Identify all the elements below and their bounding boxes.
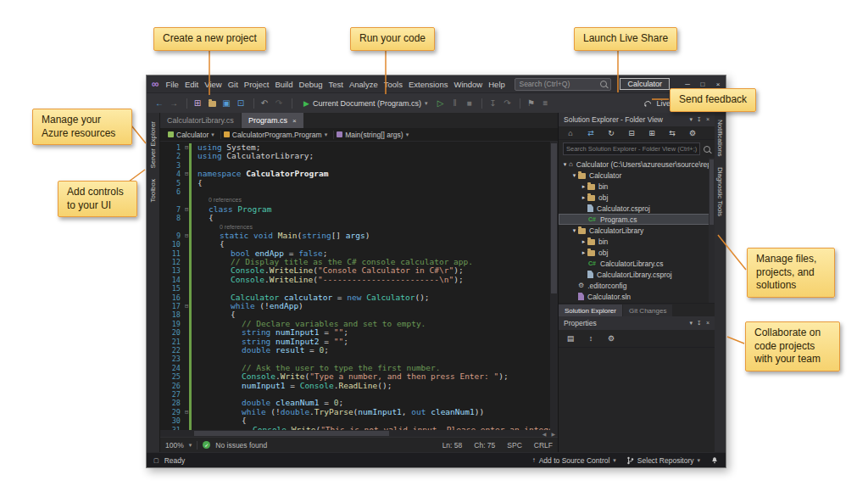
collapsed-arrow-icon[interactable]: ▸ (580, 183, 587, 190)
sync-with-active-document-icon[interactable]: ⇆ (666, 126, 678, 140)
alphabetical-sort-icon[interactable]: ↕ (585, 332, 597, 345)
collapse-all-icon[interactable]: ⊟ (626, 126, 637, 140)
document-tab[interactable]: CalculatorLibrary.cs (160, 113, 241, 128)
categorized-icon[interactable]: ▤ (565, 332, 576, 345)
expanded-arrow-icon[interactable]: ▾ (570, 172, 578, 179)
scroll-right-icon[interactable]: ▶ (548, 431, 558, 437)
tree-item[interactable]: C#Program.cs (559, 214, 715, 225)
show-all-files-icon[interactable]: ⊞ (646, 126, 658, 140)
tree-item[interactable]: ⚙.editorconfig (559, 280, 715, 291)
pin-icon[interactable]: ↧ (697, 320, 702, 327)
solution-explorer-header[interactable]: Solution Explorer - Folder View ▾↧× (559, 113, 715, 126)
document-tab[interactable]: Program.cs× (242, 113, 303, 128)
se-search-input[interactable]: Search Solution Explorer - Folder View (… (563, 142, 700, 155)
break-all-icon[interactable]: ‖ (448, 97, 460, 110)
refresh-icon[interactable]: ↻ (605, 126, 617, 140)
step-over-icon[interactable]: ↷ (501, 97, 513, 110)
step-into-icon[interactable]: ↧ (487, 97, 498, 110)
properties-icon[interactable]: ⚙ (687, 126, 698, 140)
zoom-level[interactable]: 100% (165, 441, 184, 450)
menu-bar: FileEditViewGitProjectBuildDebugTestAnal… (166, 80, 511, 89)
collapsed-arrow-icon[interactable]: ▸ (580, 194, 587, 201)
new-project-icon[interactable]: ⊞ (192, 97, 203, 110)
project-icon (168, 131, 174, 137)
editor-vertical-scrollbar[interactable] (550, 142, 558, 430)
menu-analyze[interactable]: Analyze (349, 80, 378, 89)
back-icon[interactable]: ← (153, 97, 165, 110)
home-icon[interactable]: ⌂ (565, 126, 576, 140)
panel-tab-git-changes[interactable]: Git Changes (623, 304, 672, 316)
tree-item[interactable]: ▾CalculatorLibrary (559, 225, 715, 236)
tree-item[interactable]: Calculator.csproj (559, 203, 715, 214)
visual-studio-logo-icon[interactable]: ∞ (152, 78, 159, 90)
scrollbar-thumb[interactable] (194, 431, 389, 436)
tree-item[interactable]: ▾⌂Calculator (C:\Users\azureuser\source\… (559, 159, 715, 170)
notifications-bell-icon[interactable] (710, 456, 719, 465)
tree-item[interactable]: ▸obj (559, 247, 715, 258)
pin-icon[interactable]: ↧ (697, 116, 702, 123)
collapsed-arrow-icon[interactable]: ▸ (580, 249, 587, 256)
switch-views-icon[interactable]: ⇄ (585, 126, 597, 140)
save-all-icon[interactable]: ⊡ (235, 97, 247, 110)
tree-vertical-scrollbar[interactable] (709, 158, 715, 303)
side-tab-diagnostic-tools[interactable]: Diagnostic Tools (716, 167, 724, 216)
menu-edit[interactable]: Edit (185, 80, 198, 89)
menu-build[interactable]: Build (275, 80, 292, 89)
breadcrumb-member-dropdown[interactable]: Main(string[] args) ▾ (334, 131, 415, 139)
chevron-down-icon[interactable]: ▾ (690, 320, 693, 327)
redo-icon[interactable]: ↷ (273, 97, 285, 110)
code-editor[interactable]: 1⊟using System;2using CalculatorLibrary;… (160, 142, 558, 430)
codelens-references[interactable]: 0 references (192, 196, 558, 204)
scroll-left-icon[interactable]: ◀ (540, 431, 549, 437)
menu-project[interactable]: Project (244, 80, 270, 89)
tree-item[interactable]: ▾Calculator (559, 170, 715, 181)
tree-item[interactable]: ▸bin (559, 181, 715, 192)
open-folder-icon[interactable] (206, 97, 218, 110)
menu-window[interactable]: Window (453, 80, 482, 89)
tree-item[interactable]: ▸bin (559, 236, 715, 247)
spaces-indicator[interactable]: SPC (507, 441, 521, 450)
chevron-down-icon[interactable]: ▾ (690, 116, 693, 123)
start-without-debugging-icon[interactable]: ▷ (434, 97, 446, 110)
side-tab-notifications[interactable]: Notifications (716, 120, 724, 157)
issues-status[interactable]: No issues found (215, 441, 267, 450)
menu-tools[interactable]: Tools (384, 80, 403, 89)
menu-view[interactable]: View (204, 80, 221, 89)
undo-icon[interactable]: ↶ (259, 97, 270, 110)
menu-debug[interactable]: Debug (299, 80, 323, 89)
collapsed-arrow-icon[interactable]: ▸ (580, 238, 587, 245)
editor-horizontal-scrollbar[interactable]: ◀ ▶ (160, 430, 558, 437)
tree-item[interactable]: CalculatorLibrary.csproj (559, 269, 715, 280)
line-ending-indicator[interactable]: CRLF (534, 441, 553, 450)
panel-tab-solution-explorer[interactable]: Solution Explorer (559, 304, 622, 316)
tree-item[interactable]: Calculator.sln (559, 291, 715, 302)
side-tab-toolbox[interactable]: Toolbox (149, 179, 157, 203)
menu-file[interactable]: File (166, 80, 179, 89)
breadcrumb-type-dropdown[interactable]: CalculatorProgram.Program ▾ (221, 131, 334, 139)
menu-test[interactable]: Test (329, 80, 343, 89)
bookmark-icon[interactable]: ⚑ (525, 97, 537, 110)
breadcrumb-project-dropdown[interactable]: Calculator ▾ (165, 131, 221, 139)
properties-header[interactable]: Properties ▾↧× (559, 316, 715, 330)
save-icon[interactable]: ▣ (220, 97, 232, 110)
close-icon[interactable]: × (706, 320, 709, 327)
side-tab-server-explorer[interactable]: Server Explorer (149, 121, 157, 169)
select-repository-button[interactable]: Select Repository ▾ (626, 456, 700, 465)
tree-item[interactable]: ▸obj (559, 192, 715, 203)
task-list-icon[interactable]: ≡ (539, 97, 551, 110)
close-icon[interactable]: × (706, 116, 709, 123)
wrench-icon[interactable]: ⚙ (605, 332, 617, 345)
expanded-arrow-icon[interactable]: ▾ (570, 227, 578, 234)
menu-extensions[interactable]: Extensions (409, 80, 448, 89)
forward-icon[interactable]: → (168, 97, 180, 110)
menu-git[interactable]: Git (228, 80, 238, 89)
codelens-references[interactable]: 0 references (192, 223, 558, 232)
expanded-arrow-icon[interactable]: ▾ (561, 161, 569, 168)
tree-item[interactable]: C#CalculatorLibrary.cs (559, 258, 715, 269)
menu-help[interactable]: Help (488, 80, 505, 89)
run-button[interactable]: ▶ Current Document (Program.cs) ▾ (300, 99, 431, 108)
titlebar-search-input[interactable]: Search (Ctrl+Q) (515, 78, 611, 91)
close-icon[interactable]: × (292, 117, 297, 125)
add-to-source-control-button[interactable]: ↑ Add to Source Control ▾ (532, 456, 616, 465)
stop-icon[interactable]: ■ (463, 97, 475, 110)
